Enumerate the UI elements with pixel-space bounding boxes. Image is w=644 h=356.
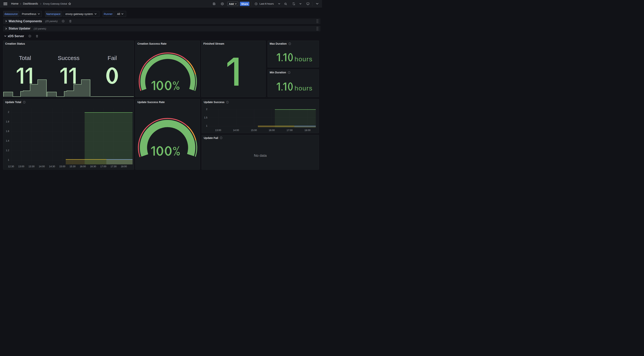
svg-text:hours: hours <box>294 55 312 63</box>
svg-text:hours: hours <box>294 84 312 92</box>
